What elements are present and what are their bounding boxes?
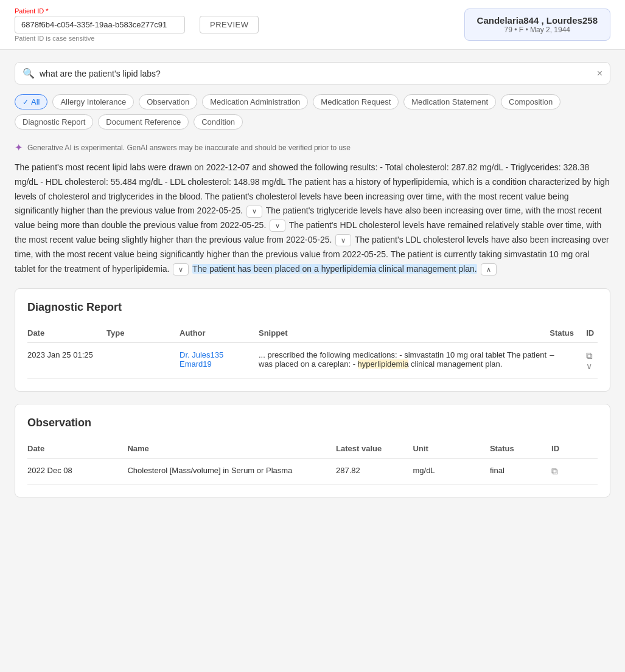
ai-answer-part5-highlight: The patient has been placed on a hyperli… — [192, 264, 477, 274]
filter-chip-all[interactable]: ✓ All — [15, 94, 47, 109]
patient-id-label: Patient ID * — [15, 7, 185, 15]
search-clear-icon[interactable]: × — [597, 69, 602, 78]
obs-name-cell: Cholesterol [Mass/volume] in Serum or Pl… — [127, 459, 336, 485]
id-cell: ⧉ ∨ — [586, 343, 598, 379]
filter-chip-observation[interactable]: Observation — [139, 94, 197, 109]
author-name-line1: Dr. Jules135 — [180, 350, 259, 359]
top-bar: Patient ID * Patient ID is case sensitiv… — [0, 0, 625, 50]
expand-btn-5[interactable]: ∧ — [481, 263, 497, 275]
expand-row-icon[interactable]: ∨ — [586, 361, 592, 371]
author-cell: Dr. Jules135 Emard19 — [180, 343, 259, 379]
obs-id-cell: ⧉ — [551, 459, 598, 485]
diagnostic-report-section: Diagnostic Report Date Type Author Snipp… — [15, 288, 610, 392]
obs-status-cell: final — [490, 459, 551, 485]
col-type: Type — [106, 324, 180, 343]
date-rest: Jan 25 01:25 — [47, 350, 93, 359]
type-cell — [106, 343, 180, 379]
diagnostic-report-table: Date Type Author Snippet Status ID 2023 … — [27, 324, 598, 379]
obs-date-cell: 2022 Dec 08 — [27, 459, 127, 485]
filter-chip-condition[interactable]: Condition — [194, 114, 243, 130]
main-content: 🔍 × ✓ All Allergy Intolerance Observatio… — [0, 50, 625, 522]
patient-id-hint: Patient ID is case sensitive — [15, 35, 185, 42]
search-container: 🔍 × — [15, 62, 610, 85]
ai-notice-text: Generative AI is experimental. GenAI ans… — [27, 144, 351, 152]
col-status: Status — [550, 324, 586, 343]
obs-copy-icon[interactable]: ⧉ — [551, 466, 558, 476]
date-year: 2023 — [27, 350, 45, 359]
obs-col-value: Latest value — [336, 439, 413, 459]
patient-id-group: Patient ID * Patient ID is case sensitiv… — [15, 7, 185, 42]
author-name-line2: Emard19 — [180, 359, 259, 369]
search-bar: 🔍 × — [15, 62, 610, 85]
col-id: ID — [586, 324, 598, 343]
col-date: Date — [27, 324, 106, 343]
date-cell: 2023 Jan 25 01:25 — [27, 343, 106, 379]
diagnostic-report-title: Diagnostic Report — [27, 301, 598, 314]
table-row: 2023 Jan 25 01:25 Dr. Jules135 Emard19 .… — [27, 343, 598, 379]
filter-chip-composition[interactable]: Composition — [501, 94, 560, 109]
expand-btn-2[interactable]: ∨ — [270, 220, 285, 232]
expand-btn-3[interactable]: ∨ — [335, 234, 351, 246]
preview-button[interactable]: PREVIEW — [200, 16, 259, 33]
col-snippet: Snippet — [259, 324, 550, 343]
expand-btn-1[interactable]: ∨ — [246, 206, 262, 218]
table-row: 2022 Dec 08 Cholesterol [Mass/volume] in… — [27, 459, 598, 485]
status-cell: – — [550, 343, 586, 379]
obs-value-cell: 287.82 — [336, 459, 413, 485]
ai-notice: ✦ Generative AI is experimental. GenAI a… — [15, 142, 610, 153]
obs-unit-cell: mg/dL — [413, 459, 489, 485]
observation-section: Observation Date Name Latest value Unit … — [15, 404, 610, 497]
obs-col-name: Name — [127, 439, 336, 459]
filter-chip-med-statement[interactable]: Medication Statement — [403, 94, 496, 109]
filter-chip-diagnostic-report[interactable]: Diagnostic Report — [15, 114, 93, 130]
obs-col-date: Date — [27, 439, 127, 459]
obs-col-status: Status — [490, 439, 551, 459]
obs-date-rest: Dec 08 — [47, 466, 72, 475]
col-author: Author — [180, 324, 259, 343]
filter-chip-med-admin[interactable]: Medication Administration — [202, 94, 308, 109]
snippet-highlight: hyperlipidemia — [358, 359, 409, 369]
filter-chip-doc-reference[interactable]: Document Reference — [98, 114, 189, 130]
ai-answer: The patient's most recent lipid labs wer… — [15, 161, 610, 276]
copy-icon[interactable]: ⧉ — [586, 350, 593, 361]
obs-col-id: ID — [551, 439, 598, 459]
obs-col-unit: Unit — [413, 439, 489, 459]
patient-info-box: Candelaria844 , Lourdes258 79 • F • May … — [464, 9, 610, 41]
snippet-end: clinical management plan. — [408, 359, 502, 369]
filter-chip-allergy[interactable]: Allergy Intolerance — [52, 94, 134, 109]
filter-row: ✓ All Allergy Intolerance Observation Me… — [15, 94, 610, 130]
observation-table: Date Name Latest value Unit Status ID 20… — [27, 439, 598, 485]
filter-chip-med-request[interactable]: Medication Request — [313, 94, 399, 109]
search-input[interactable] — [40, 69, 592, 78]
snippet-cell: ... prescribed the following medications… — [259, 343, 550, 379]
observation-title: Observation — [27, 417, 598, 429]
patient-id-input[interactable] — [15, 16, 185, 33]
search-icon: 🔍 — [23, 68, 35, 79]
patient-name: Candelaria844 , Lourdes258 — [477, 15, 598, 26]
patient-details: 79 • F • May 2, 1944 — [477, 26, 598, 34]
obs-date-year: 2022 — [27, 466, 45, 475]
ai-sparkle-icon: ✦ — [15, 142, 23, 153]
expand-btn-4[interactable]: ∨ — [173, 263, 189, 275]
